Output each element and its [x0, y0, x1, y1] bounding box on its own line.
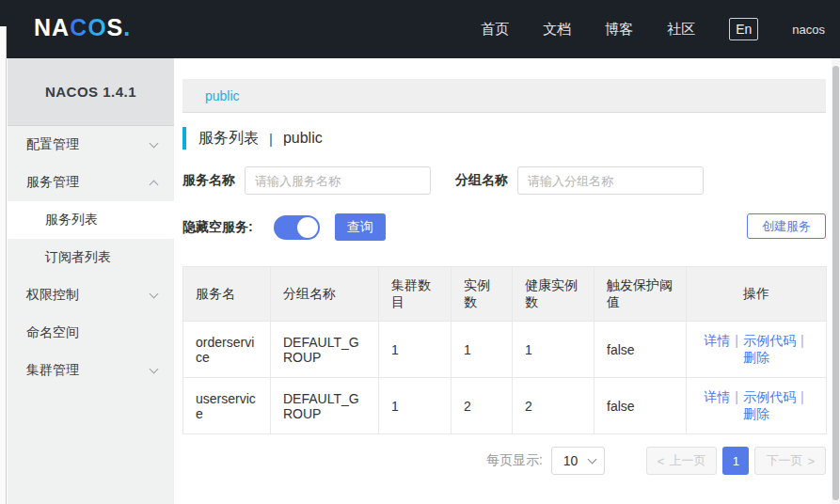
col-header-protection-threshold: 触发保护阈值 [594, 267, 687, 322]
filter-row: 服务名称 分组名称 [182, 166, 826, 195]
col-header-cluster-count: 集群数目 [379, 267, 452, 322]
page-subtitle-namespace: public [283, 130, 323, 147]
cell-protection-threshold: false [594, 322, 687, 378]
sidebar-item-subscriber-list[interactable]: 订阅者列表 [8, 239, 174, 276]
page-title: 服务列表 [198, 129, 259, 149]
group-name-label: 分组名称 [455, 172, 508, 189]
chevron-up-icon [150, 180, 159, 189]
nav-home[interactable]: 首页 [481, 21, 509, 39]
service-name-label: 服务名称 [182, 172, 235, 189]
vertical-scrollbar [832, 58, 840, 504]
chevron-down-icon [587, 454, 596, 464]
logo-infinity-glyph: CO [70, 14, 107, 40]
page-size-select[interactable]: 10 [551, 447, 605, 475]
action-separator: | [735, 333, 738, 348]
title-separator: | [269, 131, 273, 147]
menu-label: 集群管理 [26, 362, 79, 379]
hide-empty-services-toggle[interactable] [274, 215, 320, 240]
language-switch-button[interactable]: En [729, 18, 758, 40]
page-size-value: 10 [563, 453, 578, 468]
cell-cluster-count: 1 [379, 378, 452, 434]
table-row: orderservice DEFAULT_GROUP 1 1 1 false 详… [183, 322, 827, 378]
top-nav: 首页 文档 博客 社区 En nacos [481, 0, 840, 58]
cell-operations: 详情|示例代码|删除 [687, 378, 827, 434]
sample-code-link[interactable]: 示例代码 [743, 333, 796, 348]
cell-instance-count: 1 [452, 322, 513, 378]
sidebar-item-config-management[interactable]: 配置管理 [8, 126, 174, 164]
toolbar-row: 隐藏空服务: 查询 创建服务 [182, 213, 826, 241]
sidebar-item-cluster-management[interactable]: 集群管理 [8, 352, 174, 389]
prev-page-button[interactable]: < 上一页 [646, 447, 718, 475]
col-header-healthy-instance-count: 健康实例数 [513, 267, 594, 322]
details-link[interactable]: 详情 [704, 333, 730, 348]
search-button[interactable]: 查询 [335, 213, 386, 241]
delete-link[interactable]: 删除 [743, 406, 769, 421]
title-accent-bar [182, 127, 186, 150]
chevron-down-icon [150, 289, 159, 298]
create-service-button[interactable]: 创建服务 [747, 213, 826, 239]
menu-label: 订阅者列表 [45, 249, 111, 266]
hide-empty-services-label: 隐藏空服务: [182, 219, 253, 236]
chevron-down-icon [150, 364, 159, 373]
cell-group-name: DEFAULT_GROUP [271, 322, 379, 378]
namespace-tab-bar: public [182, 79, 826, 113]
chevron-down-icon [150, 138, 159, 148]
sidebar-item-service-management[interactable]: 服务管理 [8, 164, 174, 201]
cell-instance-count: 2 [452, 378, 513, 434]
cell-service-name: orderservice [183, 322, 271, 378]
cell-healthy-instance-count: 1 [513, 322, 594, 378]
sidebar-item-namespace[interactable]: 命名空间 [8, 314, 174, 352]
sidebar-item-permission-control[interactable]: 权限控制 [8, 276, 174, 314]
logo-text-s: S [107, 14, 124, 40]
group-name-input[interactable] [517, 166, 704, 195]
prev-page-label: 上一页 [669, 452, 705, 469]
menu-label: 命名空间 [26, 324, 79, 341]
sidebar-version-title: NACOS 1.4.1 [8, 58, 174, 126]
table-header-row: 服务名 分组名称 集群数目 实例数 健康实例数 触发保护阈值 操作 [183, 267, 827, 322]
namespace-tab-public[interactable]: public [205, 88, 240, 103]
nav-blog[interactable]: 博客 [605, 21, 633, 39]
service-table: 服务名 分组名称 集群数目 实例数 健康实例数 触发保护阈值 操作 orders… [182, 266, 827, 434]
sidebar-item-service-list[interactable]: 服务列表 [8, 201, 174, 239]
nav-docs[interactable]: 文档 [543, 21, 571, 39]
action-separator: | [800, 389, 804, 404]
table-row: userservice DEFAULT_GROUP 1 2 2 false 详情… [183, 378, 827, 434]
service-name-input[interactable] [245, 166, 431, 195]
menu-label: 服务管理 [26, 174, 79, 191]
menu-label: 权限控制 [26, 287, 79, 304]
next-page-button[interactable]: 下一页 > [754, 447, 826, 475]
menu-label: 服务列表 [45, 212, 98, 228]
chevron-right-icon: > [807, 454, 815, 468]
chevron-left-icon: < [658, 454, 665, 468]
cell-cluster-count: 1 [379, 322, 452, 378]
pagination-row: 每页显示: 10 < 上一页 1 下一页 > [182, 447, 826, 475]
scrollbar-thumb[interactable] [832, 66, 839, 500]
col-header-group-name: 分组名称 [271, 267, 379, 322]
logo-text: NA [34, 14, 70, 40]
delete-link[interactable]: 删除 [743, 350, 769, 365]
cell-group-name: DEFAULT_GROUP [271, 378, 379, 434]
left-gutter [0, 26, 7, 504]
current-user[interactable]: nacos [792, 23, 825, 37]
logo-dot: . [123, 14, 131, 40]
sidebar: NACOS 1.4.1 配置管理 服务管理 服务列表 订阅者列表 权限控制 命名… [8, 58, 174, 504]
details-link[interactable]: 详情 [704, 389, 730, 404]
page-size-label: 每页显示: [486, 452, 543, 469]
action-separator: | [800, 333, 804, 348]
nav-community[interactable]: 社区 [667, 21, 695, 39]
col-header-instance-count: 实例数 [452, 267, 513, 322]
cell-protection-threshold: false [594, 378, 687, 434]
sample-code-link[interactable]: 示例代码 [743, 389, 796, 404]
cell-service-name: userservice [183, 378, 271, 434]
col-header-service-name: 服务名 [183, 267, 271, 322]
toggle-knob [297, 217, 318, 238]
main-content: public 服务列表 | public 服务名称 分组名称 隐藏空服务: 查询… [174, 58, 832, 504]
col-header-operations: 操作 [687, 267, 827, 322]
action-separator: | [735, 389, 738, 404]
page-title-row: 服务列表 | public [182, 127, 826, 150]
top-bar: NACOS. 首页 文档 博客 社区 En nacos [0, 0, 840, 58]
nacos-logo[interactable]: NACOS. [34, 14, 131, 41]
menu-label: 配置管理 [26, 136, 79, 153]
next-page-label: 下一页 [766, 452, 802, 469]
current-page-button[interactable]: 1 [722, 447, 749, 475]
